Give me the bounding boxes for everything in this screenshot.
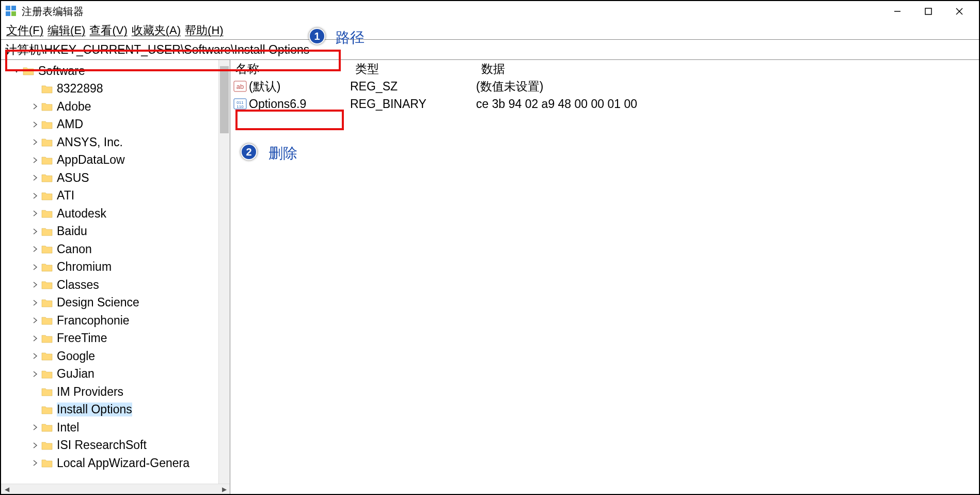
folder-icon: [41, 84, 53, 94]
tree-item-label: ISI ResearchSoft: [57, 438, 147, 452]
tree-item-label: 8322898: [57, 82, 103, 96]
chevron-right-icon[interactable]: [29, 264, 41, 270]
menu-favorites[interactable]: 收藏夹(A): [131, 23, 182, 38]
menu-edit[interactable]: 编辑(E): [46, 23, 86, 38]
annotation-label-1: 路径: [336, 28, 365, 48]
scrollbar-thumb[interactable]: [220, 66, 229, 133]
tree-item[interactable]: Chromium: [1, 258, 230, 276]
tree-item[interactable]: Autodesk: [1, 205, 230, 223]
tree-item[interactable]: Classes: [1, 276, 230, 294]
tree-horizontal-scrollbar[interactable]: ◀ ▶: [1, 484, 230, 494]
tree-item-label: Adobe: [57, 100, 91, 114]
registry-editor-window: 注册表编辑器 文件(F) 编辑(E) 查看(V) 收藏夹(A) 帮助(H) 计算…: [0, 0, 980, 495]
tree-item[interactable]: Adobe: [1, 98, 230, 116]
chevron-right-icon[interactable]: [29, 246, 41, 252]
chevron-right-icon[interactable]: [29, 282, 41, 288]
tree-item-label: FreeTime: [57, 331, 107, 345]
tree-item[interactable]: Install Options: [1, 401, 230, 419]
string-value-icon: ab: [233, 81, 247, 92]
menu-view[interactable]: 查看(V): [88, 23, 128, 38]
tree-item[interactable]: AppDataLow: [1, 151, 230, 169]
tree-item[interactable]: ATI: [1, 187, 230, 205]
folder-icon: [41, 369, 53, 379]
chevron-right-icon[interactable]: [29, 103, 41, 110]
registry-value-row[interactable]: ab(默认)REG_SZ(数值未设置): [230, 78, 979, 95]
body: Software8322898AdobeAMDANSYS, Inc.AppDat…: [1, 60, 979, 494]
chevron-right-icon[interactable]: [29, 424, 41, 430]
folder-icon: [41, 387, 53, 396]
tree-item[interactable]: Local AppWizard-Genera: [1, 454, 230, 472]
folder-icon: [41, 280, 53, 289]
folder-icon: [41, 423, 53, 432]
address-bar[interactable]: 计算机\HKEY_CURRENT_USER\Software\Install O…: [1, 39, 979, 60]
chevron-right-icon[interactable]: [29, 175, 41, 181]
chevron-right-icon[interactable]: [29, 139, 41, 145]
tree-item[interactable]: Canon: [1, 240, 230, 258]
maximize-button[interactable]: [913, 1, 944, 22]
registry-value-row[interactable]: 011110Options6.9REG_BINARYce 3b 94 02 a9…: [230, 95, 979, 113]
tree-vertical-scrollbar[interactable]: [218, 60, 230, 484]
tree-item[interactable]: Intel: [1, 419, 230, 437]
tree-item-label: Software: [38, 64, 85, 78]
folder-icon: [41, 209, 53, 218]
column-name[interactable]: 名称: [230, 61, 350, 77]
column-data[interactable]: 数据: [476, 61, 979, 77]
tree-item[interactable]: Baidu: [1, 223, 230, 241]
chevron-right-icon[interactable]: [29, 371, 41, 377]
folder-icon: [41, 120, 53, 129]
chevron-right-icon[interactable]: [29, 460, 41, 466]
tree-item[interactable]: AMD: [1, 116, 230, 134]
scroll-left-icon[interactable]: ◀: [1, 484, 12, 494]
tree-item-label: Design Science: [57, 296, 139, 310]
minimize-button[interactable]: [882, 1, 913, 22]
tree-item[interactable]: Design Science: [1, 294, 230, 312]
tree-item-label: ANSYS, Inc.: [57, 135, 123, 149]
value-type: REG_SZ: [350, 80, 476, 94]
chevron-right-icon[interactable]: [29, 157, 41, 163]
tree-item[interactable]: IM Providers: [1, 383, 230, 401]
address-path: 计算机\HKEY_CURRENT_USER\Software\Install O…: [5, 42, 309, 58]
folder-icon: [41, 173, 53, 182]
chevron-right-icon[interactable]: [29, 193, 41, 199]
folder-icon: [41, 316, 53, 325]
folder-icon: [41, 102, 53, 111]
menu-bar: 文件(F) 编辑(E) 查看(V) 收藏夹(A) 帮助(H): [1, 22, 979, 39]
chevron-right-icon[interactable]: [29, 300, 41, 306]
menu-help[interactable]: 帮助(H): [184, 23, 225, 38]
tree-item-software[interactable]: Software: [1, 62, 230, 80]
value-data: (数值未设置): [476, 79, 979, 95]
regedit-app-icon: [5, 5, 18, 18]
tree-item[interactable]: FreeTime: [1, 330, 230, 348]
tree-item[interactable]: Google: [1, 347, 230, 365]
chevron-right-icon[interactable]: [29, 442, 41, 448]
tree-item-label: AppDataLow: [57, 153, 125, 167]
tree-item-label: Classes: [57, 278, 99, 292]
folder-icon: [41, 351, 53, 361]
chevron-down-icon[interactable]: [10, 68, 23, 74]
registry-values-pane: 名称 类型 数据 ab(默认)REG_SZ(数值未设置)011110Option…: [230, 60, 979, 494]
menu-file[interactable]: 文件(F): [5, 23, 44, 38]
column-type[interactable]: 类型: [350, 61, 476, 77]
tree-item[interactable]: 8322898: [1, 80, 230, 98]
close-button[interactable]: [944, 1, 975, 22]
folder-icon: [41, 191, 53, 200]
tree-item[interactable]: ANSYS, Inc.: [1, 133, 230, 151]
chevron-right-icon[interactable]: [29, 121, 41, 128]
chevron-right-icon[interactable]: [29, 335, 41, 342]
tree-item[interactable]: ASUS: [1, 169, 230, 187]
chevron-right-icon[interactable]: [29, 353, 41, 359]
tree-item[interactable]: GuJian: [1, 365, 230, 383]
chevron-right-icon[interactable]: [29, 228, 41, 235]
tree-item-label: Google: [57, 349, 95, 363]
window-title: 注册表编辑器: [22, 5, 882, 19]
chevron-right-icon[interactable]: [29, 317, 41, 323]
tree-item[interactable]: Francophonie: [1, 312, 230, 330]
annotation-label-2: 删除: [268, 144, 297, 163]
tree-item[interactable]: ISI ResearchSoft: [1, 437, 230, 455]
title-bar: 注册表编辑器: [1, 1, 979, 22]
folder-icon: [41, 405, 53, 414]
value-type: REG_BINARY: [350, 97, 476, 111]
chevron-right-icon[interactable]: [29, 210, 41, 216]
scroll-right-icon[interactable]: ▶: [218, 484, 230, 494]
folder-icon: [41, 262, 53, 272]
